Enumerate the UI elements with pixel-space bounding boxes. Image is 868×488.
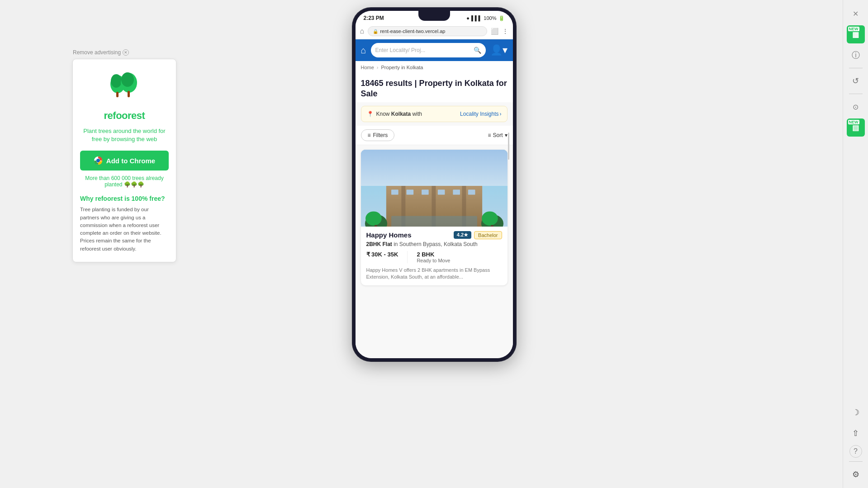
svg-rect-40 [491,225,493,226]
bachelor-badge: Bachelor [474,231,502,239]
browser-menu-icons: ⬜ ⋮ [491,28,508,35]
breadcrumb-separator: › [377,65,379,70]
sort-button[interactable]: ≡ Sort ▾ [488,132,507,138]
battery-icon: 🔋 [498,15,505,21]
svg-rect-28 [391,190,398,194]
new-feature-icon[interactable]: NEW ▤ [847,118,865,137]
browser-chrome: ⌂ 🔒 rent-ease-client-two.vercel.ap ⬜ ⋮ [356,24,513,39]
chrome-logo-icon [94,156,103,165]
svg-rect-33 [468,190,475,194]
move-in-label: Ready to Move [417,258,450,263]
svg-rect-30 [422,190,429,194]
svg-point-4 [121,72,134,87]
svg-rect-29 [406,190,413,194]
breadcrumb-current: Property in Kolkata [381,65,423,70]
settings-icon[interactable]: ⚙ [847,465,865,483]
locality-insights-banner[interactable]: 📍 Know Kolkata with Locality Insights › [361,106,508,122]
remove-advertising-close[interactable]: ✕ [123,49,129,56]
phone-screen: 2:23 PM ● ▌▌▌ 100% 🔋 ⌂ 🔒 rent-ease-clien… [356,11,513,358]
property-name: Happy Homes [366,231,412,239]
phone-frame: 2:23 PM ● ▌▌▌ 100% 🔋 ⌂ 🔒 rent-ease-clien… [353,8,516,361]
svg-point-1 [111,74,122,88]
svg-point-36 [365,211,382,225]
divider-3 [849,461,863,462]
tab-icon[interactable]: ⬜ [491,28,498,35]
bhk-label: 2 BHK [417,251,450,258]
svg-rect-37 [375,225,377,226]
locality-insights-link[interactable]: Locality Insights › [460,111,501,117]
svg-rect-31 [437,190,445,194]
property-description: Happy Homes V offers 2 BHK apartments in… [366,267,502,281]
property-details-row: ₹ 30K - 35K 2 BHK Ready to Move [366,251,502,263]
svg-rect-32 [453,190,460,194]
sky-background [361,150,508,186]
phone-notch [418,11,450,21]
property-image [361,150,508,227]
info-icon[interactable]: ⓘ [847,46,865,64]
bhk-col: 2 BHK Ready to Move [417,251,450,263]
property-type: 2BHK Flat in Southern Bypass, Kolkata So… [366,241,502,247]
svg-point-39 [482,211,498,225]
rating-badge: 4.2★ [454,231,471,239]
divider-2 [849,94,863,94]
search-placeholder-text: Enter Locality/ Proj... [375,47,471,53]
filters-button[interactable]: ≡ Filters [361,129,395,141]
property-name-row: Happy Homes 4.2★ Bachelor [366,231,502,239]
property-info: Happy Homes 4.2★ Bachelor 2BHK Flat in S… [361,227,508,285]
lock-icon: 🔒 [373,29,378,34]
status-right: ● ▌▌▌ 100% 🔋 [466,15,504,21]
filter-icon: ≡ [368,132,371,138]
signal-bars: ▌▌▌ [471,15,482,21]
locality-banner-left: 📍 Know Kolkata with [367,111,422,117]
why-free-desc: Tree planting is funded by our partners … [80,206,169,253]
main-content: Home › Property in Kolkata 18465 results… [356,61,513,358]
app-navbar: ⌂ Enter Locality/ Proj... 🔍 👤▾ [356,39,513,61]
property-card[interactable]: Happy Homes 4.2★ Bachelor 2BHK Flat in S… [361,150,508,285]
user-icon[interactable]: 👤▾ [490,44,508,56]
search-icon: 🔍 [474,47,481,54]
locality-text: Know Kolkata with [376,111,422,117]
price-col: ₹ 30K - 35K [366,251,398,263]
sort-chevron: ▾ [505,132,508,138]
right-sidebar: ✕ NEW ▦ ⓘ ↺ ⊙ NEW ▤ ☽ ⇧ ? ⚙ [843,0,868,488]
tree-svg [106,68,142,104]
tree-illustration [106,68,142,106]
map-pin-icon: 📍 [367,111,374,117]
add-to-chrome-button[interactable]: Add to Chrome [80,151,169,171]
remove-advertising-label: Remove advertising ✕ [73,49,129,56]
scroll-indicator [508,133,509,160]
brand-name: refoorest [104,110,145,122]
moon-icon[interactable]: ☽ [847,403,865,422]
ad-tagline: Plant trees around the world for free by… [80,127,169,143]
svg-rect-5 [128,91,130,97]
breadcrumb: Home › Property in Kolkata [356,61,513,74]
sort-icon: ≡ [488,132,491,138]
results-heading: 18465 results | Property in Kolkata for … [356,74,513,102]
ad-panel: Remove advertising ✕ refoorest Plant tre… [72,59,176,262]
address-bar[interactable]: 🔒 rent-ease-client-two.vercel.ap [368,26,487,36]
url-text: rent-ease-client-two.vercel.ap [380,28,445,34]
browser-home-icon[interactable]: ⌂ [360,27,365,35]
divider-1 [849,68,863,68]
more-menu-icon[interactable]: ⋮ [502,28,508,35]
help-icon[interactable]: ? [849,445,862,458]
svg-rect-34 [391,216,477,227]
close-icon[interactable]: ✕ [847,5,865,23]
why-free-title: Why refoorest is 100% free? [80,195,169,202]
price-label: ₹ 30K - 35K [366,251,398,258]
breadcrumb-home[interactable]: Home [361,65,374,70]
battery-text: 100% [484,15,496,21]
filter-sort-bar: ≡ Filters ≡ Sort ▾ [356,126,513,145]
status-time: 2:23 PM [364,15,384,21]
phone-mockup: 2:23 PM ● ▌▌▌ 100% 🔋 ⌂ 🔒 rent-ease-clien… [353,8,516,361]
nav-home-icon[interactable]: ⌂ [361,45,366,56]
search-bar[interactable]: Enter Locality/ Proj... 🔍 [371,43,486,57]
share-icon[interactable]: ⇧ [847,424,865,442]
signal-icon: ● [466,15,470,21]
svg-rect-2 [116,92,119,97]
refresh-icon[interactable]: ↺ [847,72,865,90]
camera-icon[interactable]: ⊙ [847,98,865,116]
new-tab-icon[interactable]: NEW ▦ [847,25,865,43]
trees-planted-text: More than 600 000 trees already planted … [80,175,169,188]
